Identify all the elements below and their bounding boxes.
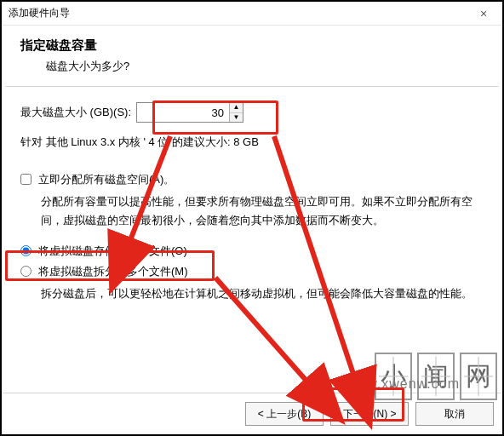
split-files-label: 将虚拟磁盘拆分成多个文件(M) (38, 264, 188, 279)
store-single-file-label: 将虚拟磁盘存储为单个文件(O) (38, 244, 187, 259)
page-title: 指定磁盘容量 (20, 37, 484, 54)
titlebar: 添加硬件向导 × (2, 2, 502, 26)
wizard-header: 指定磁盘容量 磁盘大小为多少? (2, 26, 502, 86)
allocate-now-description: 分配所有容量可以提高性能，但要求所有物理磁盘空间立即可用。如果不立即分配所有空间… (41, 192, 484, 230)
wizard-content: 最大磁盘大小 (GB)(S): ▲ ▼ 针对 其他 Linux 3.x 内核 '… (2, 102, 502, 393)
disk-size-row: 最大磁盘大小 (GB)(S): ▲ ▼ (20, 102, 484, 123)
disk-size-label: 最大磁盘大小 (GB)(S): (20, 105, 131, 120)
allocate-now-option[interactable]: 立即分配所有磁盘空间(A)。 (20, 172, 484, 187)
disk-size-input[interactable] (137, 103, 229, 122)
store-single-file-option[interactable]: 将虚拟磁盘存储为单个文件(O) (20, 244, 484, 259)
wizard-footer: < 上一步(B) 下一步(N) > 取消 (2, 393, 502, 434)
spinner-down-icon[interactable]: ▼ (230, 113, 243, 123)
window-title: 添加硬件向导 (9, 6, 472, 20)
split-files-option[interactable]: 将虚拟磁盘拆分成多个文件(M) (20, 264, 484, 279)
cancel-button[interactable]: 取消 (415, 402, 494, 426)
divider (5, 86, 499, 87)
allocate-now-label: 立即分配所有磁盘空间(A)。 (38, 172, 175, 187)
split-files-radio[interactable] (20, 266, 32, 277)
recommended-size: 针对 其他 Linux 3.x 内核 ' 4 位 的建议大小: 8 GB (20, 135, 484, 150)
spinner-up-icon[interactable]: ▲ (230, 103, 243, 113)
close-icon[interactable]: × (472, 7, 495, 20)
back-button[interactable]: < 上一步(B) (245, 402, 324, 426)
wizard-window: 添加硬件向导 × 指定磁盘容量 磁盘大小为多少? 最大磁盘大小 (GB)(S):… (0, 0, 504, 436)
allocate-now-checkbox[interactable] (20, 174, 32, 185)
page-subtitle: 磁盘大小为多少? (46, 59, 484, 74)
disk-size-spinner[interactable]: ▲ ▼ (136, 102, 243, 123)
split-files-description: 拆分磁盘后，可以更轻松地在计算机之间移动虚拟机，但可能会降低大容量磁盘的性能。 (41, 284, 484, 303)
spinner-buttons: ▲ ▼ (229, 103, 243, 122)
next-button[interactable]: 下一步(N) > (330, 402, 409, 426)
store-single-file-radio[interactable] (20, 245, 32, 256)
